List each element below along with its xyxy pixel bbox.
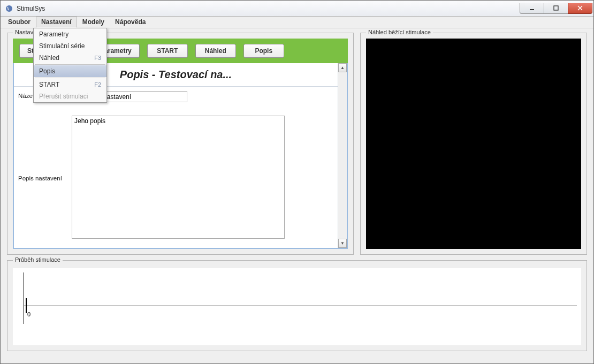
timeline-axis	[24, 306, 577, 306]
dd-nahled[interactable]: Náhled F3	[34, 52, 106, 64]
menu-soubor[interactable]: Soubor	[3, 17, 36, 28]
dd-label: START	[39, 81, 59, 88]
dd-popis[interactable]: Popis	[34, 65, 106, 77]
dd-accel: F2	[94, 81, 101, 88]
window-title: StimulSys	[17, 5, 520, 12]
menubar: Soubor Nastavení Modely Nápověda	[1, 17, 593, 28]
scroll-up-button[interactable]: ▲	[338, 63, 347, 72]
dd-label: Parametry	[39, 31, 68, 38]
minimize-button[interactable]	[520, 3, 544, 14]
java-app-icon	[5, 4, 13, 13]
menu-modely[interactable]: Modely	[77, 17, 110, 28]
close-icon	[577, 5, 583, 11]
timeline-canvas: 0	[13, 268, 581, 345]
document-scrollbar[interactable]: ▲ ▼	[338, 63, 347, 248]
window-buttons	[520, 3, 592, 14]
timeline-zero-label: 0	[27, 311, 31, 317]
app-window: StimulSys Soubor Nastavení Modely Nápově…	[0, 0, 594, 364]
dd-label: Přerušit stimulaci	[39, 93, 88, 100]
desc-label: Popis nastavení	[18, 173, 68, 181]
maximize-icon	[553, 5, 559, 11]
nastaveni-dropdown: Parametry Stimulační série Náhled F3 Pop…	[33, 28, 107, 103]
dd-separator	[35, 64, 105, 65]
dd-label: Stimulační série	[39, 42, 85, 50]
dd-separator	[35, 78, 105, 78]
minimize-icon	[529, 5, 535, 11]
dd-label: Náhled	[39, 54, 59, 62]
scroll-track[interactable]	[338, 72, 347, 239]
svg-rect-1	[530, 9, 534, 10]
preview-legend: Náhled běžící stimulace	[366, 29, 433, 35]
timeline-legend: Průběh stimulace	[13, 256, 63, 263]
menu-nastaveni[interactable]: Nastavení	[36, 17, 77, 28]
svg-rect-2	[554, 6, 558, 10]
titlebar: StimulSys	[1, 1, 593, 17]
dd-stimulacni-serie[interactable]: Stimulační série	[34, 40, 106, 52]
desc-button[interactable]: Popis	[243, 44, 284, 58]
start-button[interactable]: START	[147, 44, 188, 58]
dd-prerusit: Přerušit stimulaci	[34, 90, 106, 102]
maximize-button[interactable]	[544, 3, 568, 14]
preview-button[interactable]: Náhled	[195, 44, 236, 58]
timeline-panel: Průběh stimulace 0	[7, 260, 587, 351]
dd-accel: F3	[94, 55, 101, 61]
preview-canvas	[366, 39, 581, 249]
preview-panel: Náhled běžící stimulace	[360, 33, 587, 255]
desc-textarea[interactable]	[72, 116, 284, 238]
dd-parametry[interactable]: Parametry	[34, 28, 106, 40]
dd-label: Popis	[39, 67, 55, 75]
close-button[interactable]	[568, 3, 592, 14]
scroll-down-button[interactable]: ▼	[338, 239, 347, 248]
timeline-origin-vertical	[24, 272, 24, 324]
menu-napoveda[interactable]: Nápověda	[110, 17, 151, 28]
svg-point-0	[6, 5, 12, 12]
desc-textarea-wrap	[72, 116, 285, 239]
dd-start[interactable]: START F2	[34, 79, 106, 90]
